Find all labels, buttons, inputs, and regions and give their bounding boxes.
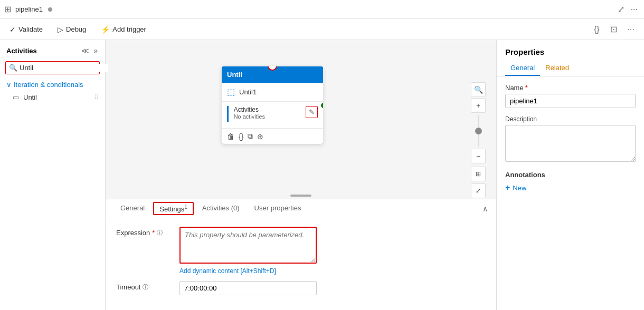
timeout-input[interactable] bbox=[179, 281, 317, 295]
until-activities-row: Activities No activities ✎ bbox=[222, 102, 323, 128]
until-arrow-button[interactable]: ⊕ bbox=[257, 132, 263, 141]
until-code-button[interactable]: {} bbox=[239, 132, 243, 141]
until-title-text: Until1 bbox=[239, 88, 257, 96]
sidebar: Activities ≪ » 🔍 ∨ Iteration & condition… bbox=[0, 40, 106, 310]
debug-button[interactable]: ▷ Debug bbox=[54, 23, 89, 36]
until-copy-button[interactable]: ⧉ bbox=[248, 132, 253, 141]
until-edit-button[interactable]: ✎ bbox=[306, 106, 318, 118]
until-block[interactable]: Until ⬚ Until1 Activities No activities bbox=[222, 66, 323, 144]
drag-handle-icon: ⠿ bbox=[94, 94, 99, 101]
debug-icon: ▷ bbox=[58, 25, 63, 34]
canvas-zoom-out-button[interactable]: − bbox=[471, 149, 486, 163]
canvas-expand-button[interactable]: ⤢ bbox=[471, 183, 486, 198]
monitor-button[interactable]: ⊡ bbox=[607, 22, 620, 36]
add-dynamic-content-link[interactable]: Add dynamic content [Alt+Shift+D] bbox=[179, 267, 317, 275]
expression-required: * bbox=[152, 229, 155, 237]
new-annotation-button[interactable]: + New bbox=[505, 183, 526, 192]
until-delete-button[interactable]: 🗑 bbox=[227, 132, 234, 141]
props-description-field: Description bbox=[505, 115, 636, 163]
props-name-label: Name * bbox=[505, 84, 636, 92]
plus-icon: + bbox=[505, 183, 510, 192]
properties-title: Properties bbox=[497, 40, 644, 61]
annotations-section: Annotations + New bbox=[505, 171, 636, 192]
activities-label: Activities bbox=[234, 106, 265, 113]
until-activities-content: Activities No activities bbox=[227, 106, 265, 122]
sidebar-expand-button[interactable]: » bbox=[92, 45, 99, 56]
properties-body: Name * Description Annotations + New bbox=[497, 76, 644, 200]
expression-info-icon: ⓘ bbox=[157, 229, 163, 237]
section-label: Iteration & conditionals bbox=[14, 81, 83, 89]
expand-button[interactable]: ⤢ bbox=[615, 2, 627, 16]
debug-label: Debug bbox=[66, 25, 86, 33]
add-trigger-label: Add trigger bbox=[112, 25, 146, 33]
tab-general[interactable]: General bbox=[114, 201, 151, 216]
scroll-indicator bbox=[290, 195, 311, 197]
tab-settings[interactable]: Settings1 bbox=[153, 202, 194, 215]
until-right-connector bbox=[321, 103, 323, 108]
search-box: 🔍 bbox=[5, 61, 100, 74]
canvas-search-button[interactable]: 🔍 bbox=[471, 82, 486, 97]
validate-label: Validate bbox=[18, 25, 43, 33]
props-tab-related[interactable]: Related bbox=[540, 61, 574, 76]
pipeline-title: pipeline1 bbox=[15, 5, 43, 13]
more-button[interactable]: ··· bbox=[629, 3, 640, 16]
unsaved-dot bbox=[48, 7, 52, 12]
iteration-section: ∨ Iteration & conditionals ▭ Until ⠿ bbox=[0, 79, 105, 106]
tab-user-properties[interactable]: User properties bbox=[248, 201, 308, 216]
props-description-textarea[interactable] bbox=[505, 125, 636, 162]
sidebar-title: Activities bbox=[6, 47, 37, 55]
tab-activities[interactable]: Activities (0) bbox=[196, 201, 246, 216]
bottom-tabs: General Settings1 Activities (0) User pr… bbox=[106, 199, 496, 218]
props-description-label: Description bbox=[505, 115, 636, 123]
expression-textarea[interactable] bbox=[179, 227, 317, 264]
section-header-iteration[interactable]: ∨ Iteration & conditionals bbox=[0, 79, 105, 91]
until-block-body: ⬚ Until1 Activities No activities ✎ bbox=[222, 83, 323, 144]
search-icon: 🔍 bbox=[9, 64, 17, 72]
until-title-icon: ⬚ bbox=[227, 87, 235, 97]
zoom-slider[interactable] bbox=[478, 115, 479, 147]
timeout-label: Timeout ⓘ bbox=[116, 281, 169, 291]
settings-badge: 1 bbox=[184, 204, 187, 210]
zoom-handle bbox=[475, 128, 482, 134]
chevron-down-icon: ∨ bbox=[6, 81, 12, 89]
top-bar: ⊞ pipeline1 ⤢ ··· bbox=[0, 0, 644, 19]
canvas-workspace[interactable]: Until ⬚ Until1 Activities No activities bbox=[106, 40, 496, 199]
bottom-panel-collapse-button[interactable]: ∧ bbox=[482, 205, 488, 213]
app-icon: ⊞ bbox=[4, 4, 11, 14]
trigger-icon: ⚡ bbox=[101, 25, 110, 34]
until-block-toolbar: 🗑 {} ⧉ ⊕ bbox=[222, 128, 323, 144]
until-title-row: ⬚ Until1 bbox=[222, 83, 323, 102]
code-view-button[interactable]: {} bbox=[591, 23, 603, 36]
sidebar-header: Activities ≪ » bbox=[0, 40, 105, 59]
validate-icon: ✓ bbox=[10, 25, 16, 34]
canvas-controls: 🔍 + − ⊞ ⤢ bbox=[471, 82, 486, 198]
canvas-fit-button[interactable]: ⊞ bbox=[471, 167, 486, 181]
expression-label: Expression * ⓘ bbox=[116, 227, 169, 237]
timeout-info-icon: ⓘ bbox=[143, 283, 148, 291]
toolbar-more-button[interactable]: ··· bbox=[624, 23, 638, 36]
annotations-label: Annotations bbox=[505, 171, 636, 179]
sidebar-item-until[interactable]: ▭ Until ⠿ bbox=[0, 91, 105, 104]
expression-field: Expression * ⓘ Add dynamic content [Alt+… bbox=[116, 227, 486, 275]
expression-input-group: Add dynamic content [Alt+Shift+D] bbox=[179, 227, 317, 275]
toolbar: ✓ Validate ▷ Debug ⚡ Add trigger {} ⊡ ··… bbox=[0, 19, 644, 40]
timeout-field: Timeout ⓘ bbox=[116, 281, 486, 295]
bottom-content: Expression * ⓘ Add dynamic content [Alt+… bbox=[106, 218, 496, 310]
search-input[interactable] bbox=[20, 64, 108, 72]
main-layout: Activities ≪ » 🔍 ∨ Iteration & condition… bbox=[0, 40, 644, 310]
validate-button[interactable]: ✓ Validate bbox=[6, 23, 46, 36]
canvas-zoom-in-button[interactable]: + bbox=[471, 98, 486, 113]
no-activities-label: No activities bbox=[234, 113, 265, 120]
props-name-input[interactable] bbox=[505, 94, 636, 108]
props-name-field: Name * bbox=[505, 84, 636, 108]
new-button-label: New bbox=[513, 184, 526, 192]
add-trigger-button[interactable]: ⚡ Add trigger bbox=[98, 23, 149, 36]
until-item-label: Until bbox=[23, 93, 37, 101]
sidebar-collapse-button[interactable]: ≪ bbox=[80, 45, 90, 56]
properties-tabs: General Related bbox=[497, 61, 644, 76]
sidebar-header-actions: ≪ » bbox=[80, 45, 99, 56]
bottom-panel: General Settings1 Activities (0) User pr… bbox=[106, 199, 496, 310]
until-item-icon: ▭ bbox=[13, 93, 19, 101]
props-tab-general[interactable]: General bbox=[505, 61, 540, 76]
properties-panel: Properties General Related Name * Descri… bbox=[496, 40, 644, 310]
